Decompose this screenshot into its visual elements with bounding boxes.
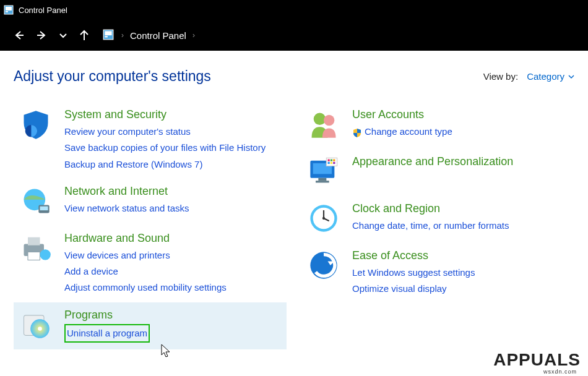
svg-rect-12 [40, 206, 48, 210]
clock-icon [306, 202, 341, 237]
view-by-dropdown[interactable]: Category [527, 71, 574, 82]
view-by-control: View by: Category [483, 71, 574, 82]
breadcrumb-separator-icon: › [192, 31, 195, 40]
window-titlebar: Control Panel [0, 0, 588, 20]
printer-hardware-icon [19, 232, 53, 267]
breadcrumb-root[interactable]: Control Panel [130, 30, 186, 41]
category-clock-region: Clock and Region Change date, time, or n… [301, 196, 574, 243]
category-link[interactable]: Add a device [64, 263, 118, 280]
category-link[interactable]: Optimize visual display [352, 281, 447, 297]
category-title[interactable]: Clock and Region [352, 202, 569, 215]
disc-programs-icon [19, 309, 53, 343]
svg-rect-29 [328, 162, 330, 164]
category-title[interactable]: Ease of Access [352, 249, 569, 262]
category-link-uninstall-program[interactable]: Uninstall a program [67, 325, 147, 341]
page-title: Adjust your computer's settings [14, 68, 211, 85]
category-link[interactable]: View network status and tasks [64, 200, 189, 216]
svg-rect-26 [328, 160, 330, 161]
category-title[interactable]: Appearance and Personalization [352, 155, 569, 168]
users-icon [306, 108, 341, 143]
category-title[interactable]: Programs [64, 309, 282, 322]
nav-back-button[interactable] [9, 25, 28, 45]
nav-up-button[interactable] [74, 25, 94, 45]
category-title[interactable]: Network and Internet [64, 185, 282, 198]
window-title: Control Panel [19, 6, 67, 15]
view-by-value: Category [527, 71, 564, 82]
svg-point-16 [40, 249, 51, 260]
category-column-left: System and Security Review your computer… [14, 102, 287, 349]
svg-rect-28 [333, 160, 335, 161]
shield-icon [19, 108, 53, 143]
category-system-security: System and Security Review your computer… [14, 102, 287, 179]
globe-network-icon [19, 185, 53, 220]
category-hardware-sound: Hardware and Sound View devices and prin… [14, 226, 287, 302]
svg-rect-7 [105, 31, 111, 35]
svg-rect-31 [333, 162, 335, 164]
category-link[interactable]: Let Windows suggest settings [352, 265, 475, 281]
category-link[interactable]: Save backup copies of your files with Fi… [64, 140, 266, 156]
ease-of-access-icon [306, 249, 341, 284]
svg-rect-14 [28, 237, 40, 245]
svg-rect-33 [316, 181, 329, 182]
svg-rect-15 [28, 252, 40, 260]
breadcrumb-separator-icon: › [121, 31, 124, 40]
category-network-internet: Network and Internet View network status… [14, 179, 287, 226]
category-title[interactable]: User Accounts [352, 108, 569, 121]
category-ease-of-access: Ease of Access Let Windows suggest setti… [301, 243, 574, 304]
control-panel-icon [103, 29, 114, 42]
svg-rect-1 [6, 7, 12, 11]
category-programs: Programs Uninstall a program [14, 302, 287, 349]
svg-point-20 [38, 327, 42, 331]
svg-rect-27 [331, 160, 332, 161]
svg-rect-32 [318, 178, 326, 181]
nav-forward-button[interactable] [32, 25, 52, 45]
svg-rect-8 [105, 36, 108, 37]
category-link[interactable]: Adjust commonly used mobility settings [64, 280, 227, 296]
category-title[interactable]: System and Security [64, 108, 282, 121]
nav-recent-dropdown[interactable] [56, 25, 71, 45]
watermark: APPUALS wsxdn.com [493, 350, 581, 370]
watermark-sub: wsxdn.com [543, 369, 577, 375]
category-title[interactable]: Hardware and Sound [64, 232, 282, 245]
view-by-label: View by: [483, 71, 518, 82]
uac-shield-icon [352, 127, 362, 137]
chevron-down-icon [568, 74, 574, 80]
svg-rect-30 [331, 162, 332, 164]
category-appearance: Appearance and Personalization [301, 149, 574, 196]
svg-rect-2 [6, 11, 8, 12]
navigation-bar: › Control Panel › [0, 20, 588, 51]
category-link[interactable]: Review your computer's status [64, 124, 191, 140]
category-link[interactable]: Backup and Restore (Windows 7) [64, 156, 202, 173]
category-link[interactable]: Change date, time, or number formats [352, 218, 509, 234]
category-link[interactable]: View devices and printers [64, 247, 170, 263]
monitor-customize-icon [306, 155, 341, 190]
category-link[interactable]: Change account type [352, 124, 452, 140]
breadcrumb[interactable]: › Control Panel › [103, 29, 195, 42]
settings-header: Adjust your computer's settings View by:… [14, 68, 574, 85]
svg-point-22 [324, 115, 334, 126]
content-area: Adjust your computer's settings View by:… [0, 51, 588, 349]
category-user-accounts: User Accounts Change [301, 102, 574, 149]
control-panel-icon [4, 5, 14, 15]
category-column-right: User Accounts Change [301, 102, 574, 349]
svg-point-38 [322, 217, 325, 220]
category-grid: System and Security Review your computer… [14, 102, 574, 349]
